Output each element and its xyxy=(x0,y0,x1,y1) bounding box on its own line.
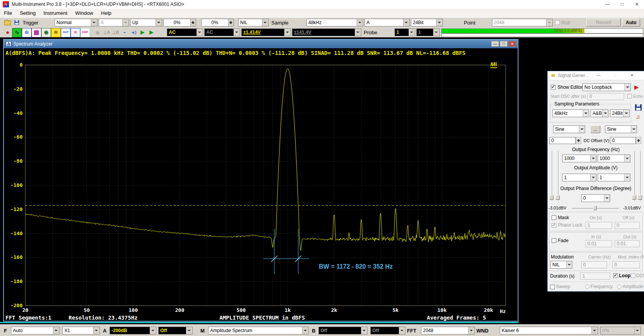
run-loop-icon[interactable]: ▶ xyxy=(147,28,156,37)
waveform-b-select[interactable]: Sine xyxy=(605,125,637,133)
modulation-type-select[interactable]: NIL xyxy=(550,261,572,269)
dc-offset-a-field[interactable]: 0 xyxy=(549,137,576,144)
freq-slider-handle-b1[interactable] xyxy=(632,195,636,200)
persistence-a-select[interactable]: Off xyxy=(158,327,193,334)
device-test-plan-icon[interactable]: OUT xyxy=(61,28,71,37)
frequency-a-select[interactable]: 1000 xyxy=(562,155,596,162)
menu-window[interactable]: Window xyxy=(71,9,97,18)
freq-slider-track-b2[interactable] xyxy=(640,151,641,201)
freq-slider-track-a2[interactable] xyxy=(558,151,559,201)
save-file-icon[interactable] xyxy=(12,18,21,27)
spectrum-mode-select[interactable]: Amplitude Spectrum xyxy=(208,327,309,334)
sample-rate-select[interactable]: 48kHz xyxy=(306,19,363,26)
sound-device-icon[interactable]: ◄) xyxy=(129,28,138,37)
fade-checkbox[interactable] xyxy=(552,238,556,243)
trigger-hpf-select[interactable]: NIL xyxy=(238,19,269,26)
menu-setting[interactable]: Setting xyxy=(16,9,39,18)
app-minimize-button[interactable]: — xyxy=(600,0,614,9)
sweep-checkbox[interactable] xyxy=(550,285,555,289)
probe-a-select[interactable]: 1 xyxy=(395,28,415,36)
averaged-frames-text: Averaged Frames: 5 xyxy=(427,315,486,321)
loopback-select[interactable]: No Loopback xyxy=(582,83,631,91)
siggen-minimize-button[interactable]: — xyxy=(594,71,603,79)
zero-b-icon[interactable]: ⊥B xyxy=(111,28,120,37)
dc-offset-a-spinner[interactable] xyxy=(576,137,581,144)
trigger-mode-select[interactable]: Normal xyxy=(55,19,97,26)
sample-channel-select[interactable]: A xyxy=(364,19,410,26)
coupling-b-select: AC xyxy=(204,28,240,36)
freq-slider-handle-b2[interactable] xyxy=(638,195,642,200)
echo-only-checkbox xyxy=(627,94,632,99)
siggen-close-button[interactable]: ✕ xyxy=(627,71,637,79)
loop-checkbox[interactable] xyxy=(613,273,618,278)
spectrum-close-button[interactable]: ✕ xyxy=(508,41,516,47)
siggen-rate-select[interactable]: 48kHz xyxy=(552,109,589,117)
probe-cal-icon[interactable]: ⌁ xyxy=(120,28,129,37)
trigger-delay-spinner[interactable]: 0% xyxy=(201,19,234,26)
siggen-save-icon[interactable] xyxy=(635,104,642,111)
oscilloscope-icon[interactable]: ∿ xyxy=(12,28,22,37)
freq-slider-handle-a2[interactable] xyxy=(556,195,560,200)
mask-checkbox[interactable] xyxy=(552,215,556,220)
freq-axis-select[interactable]: Auto xyxy=(11,327,60,334)
derived-data-icon[interactable]: ≈ xyxy=(71,28,80,37)
spectrum-maximize-button[interactable]: □ xyxy=(500,41,508,47)
freq-slider-track-b1[interactable] xyxy=(634,151,635,201)
menu-help[interactable]: Help xyxy=(97,9,115,18)
spectrum-window-titlebar[interactable]: Spectrum Analyzer — □ ✕ xyxy=(4,40,518,48)
range-b-select: ±141.4V xyxy=(292,28,361,36)
trigger-edge-select[interactable]: Up xyxy=(130,19,162,26)
siggen-music-icon[interactable]: ♫ xyxy=(636,113,640,120)
freq-slider-handle-a1[interactable] xyxy=(549,195,554,200)
range-a-bottom-select[interactable]: -200dB xyxy=(110,327,156,334)
multimeter-icon[interactable]: ◉ xyxy=(41,28,51,37)
ddp-viewer-icon[interactable]: DDP xyxy=(80,28,90,37)
channel-b-label: B xyxy=(312,328,315,334)
freq-slider-track-a1[interactable] xyxy=(552,151,553,201)
zero-a-icon[interactable]: ⊥A xyxy=(102,28,111,37)
y-tick--120: -120 xyxy=(5,206,23,212)
dc-offset-b-spinner[interactable] xyxy=(636,137,641,144)
toolbar-trigger-sampling: Trigger Normal A Up 0% 0% NIL Sample 48k… xyxy=(0,18,644,27)
coupling-a-select[interactable]: AC xyxy=(167,28,203,36)
show-editor-checkbox[interactable] xyxy=(551,85,556,90)
fade-out-field: 0.01 xyxy=(615,240,640,247)
trigger-level-spinner[interactable]: 0% xyxy=(163,19,196,26)
run-stop-icon[interactable]: ● xyxy=(3,28,12,37)
sample-bits-select[interactable]: 24Bit xyxy=(411,19,443,26)
frequency-b-select[interactable]: 1000 xyxy=(598,155,630,162)
data-logger-icon[interactable]: ≋ xyxy=(51,28,61,37)
app-maximize-button[interactable]: □ xyxy=(615,0,629,9)
siggen-bits-select[interactable]: 24Bit xyxy=(610,109,630,117)
amplitude-b-select[interactable]: 1 xyxy=(598,174,630,181)
menu-instrument[interactable]: Instrument xyxy=(39,9,71,18)
zoom-select[interactable]: X1 xyxy=(62,327,100,334)
open-file-icon[interactable] xyxy=(3,18,12,27)
dc-offset-b-field[interactable]: 0 xyxy=(610,137,636,144)
calibration-icon[interactable]: ◎ xyxy=(93,28,102,37)
mask-off-label: Off (s) xyxy=(623,215,634,220)
spectrum-minimize-button[interactable]: — xyxy=(491,41,499,47)
spectrum-analyzer-icon[interactable]: ılı xyxy=(22,28,32,37)
menu-file[interactable]: File xyxy=(0,9,16,18)
waveform-a-select[interactable]: Sine xyxy=(553,125,585,133)
phase-select[interactable]: 0 xyxy=(581,194,610,202)
spectrum-plot-area[interactable]: 0-20-40-60-80-100-120-140-160-180-200 20… xyxy=(4,58,516,319)
run-icon[interactable]: ▶ xyxy=(138,28,147,37)
spectrum-3d-plot-icon[interactable]: ▦ xyxy=(32,28,41,37)
siggen-channels-select[interactable]: A&B xyxy=(591,109,609,117)
mod-index-field: 0 xyxy=(612,261,640,268)
siggen-titlebar[interactable]: ≋ Signal Gener... — □ ✕ xyxy=(548,71,644,80)
range-a-select[interactable]: ±1.414V xyxy=(241,28,291,36)
spectrum-plot-svg[interactable] xyxy=(4,58,516,319)
amplitude-a-select[interactable]: 1 xyxy=(562,174,596,181)
record-button: Record xyxy=(586,19,621,26)
waveform-editor-button[interactable]: ... xyxy=(590,125,600,133)
siggen-play-button[interactable]: ▶ xyxy=(634,83,639,91)
phase-slider-handle[interactable] xyxy=(593,206,597,210)
fft-size-select[interactable]: 2048 xyxy=(421,327,475,334)
auto-button[interactable]: Auto xyxy=(622,19,640,26)
window-function-select[interactable]: Kaiser 6 xyxy=(500,327,598,334)
app-close-button[interactable]: ✕ xyxy=(630,0,644,9)
persistence-b-select: Off xyxy=(370,327,405,334)
